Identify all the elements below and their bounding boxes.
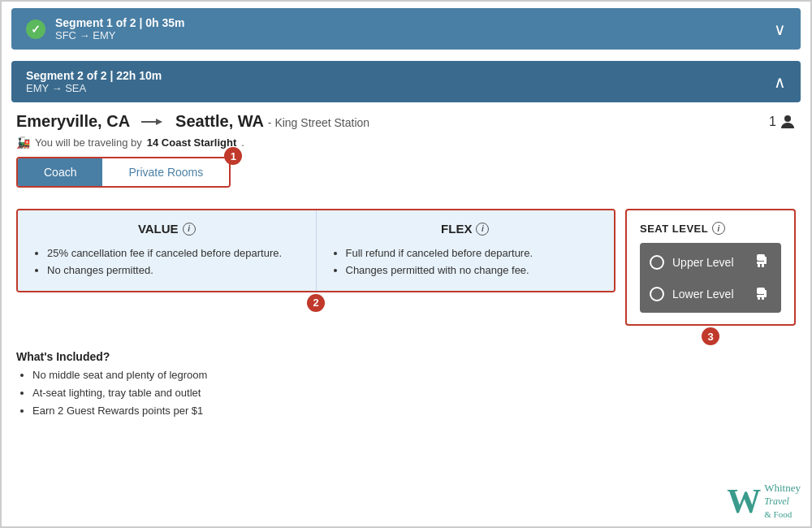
value-info-icon[interactable]: i xyxy=(183,223,196,236)
value-item-1: 25% cancellation fee if canceled before … xyxy=(47,245,301,262)
fare-badge: 2 xyxy=(307,294,325,312)
seat-level-title: SEAT LEVEL i xyxy=(640,222,781,235)
value-card-title: VALUE i xyxy=(32,222,301,236)
segment-2-text: Segment 2 of 2 | 22h 10m EMY → SEA xyxy=(26,69,162,94)
segment-1-route: SFC → EMY xyxy=(55,29,185,41)
wtf-line1: Whitney xyxy=(764,482,801,496)
options-row: VALUE i 25% cancellation fee if canceled… xyxy=(16,209,796,335)
flex-info-icon[interactable]: i xyxy=(476,223,489,236)
segment-1-bar[interactable]: ✓ Segment 1 of 2 | 0h 35m SFC → EMY ∨ xyxy=(11,8,801,50)
segment-1-chevron: ∨ xyxy=(774,19,786,39)
fare-cards: VALUE i 25% cancellation fee if canceled… xyxy=(16,209,615,292)
segment-1-text: Segment 1 of 2 | 0h 35m SFC → EMY xyxy=(55,16,185,41)
route-to: Seattle, WA - King Street Station xyxy=(175,112,369,131)
flex-card[interactable]: FLEX i Full refund if canceled before de… xyxy=(316,210,615,291)
value-card[interactable]: VALUE i 25% cancellation fee if canceled… xyxy=(18,210,316,291)
wtf-logo: W Whitney Travel & Food xyxy=(727,482,801,520)
coach-tab[interactable]: Coach xyxy=(18,158,102,186)
segment-2-chevron: ∧ xyxy=(774,72,786,92)
value-item-2: No changes permitted. xyxy=(47,262,301,279)
wtf-line2: Travel xyxy=(764,496,801,509)
seat-options-group: Upper Level xyxy=(640,243,781,313)
lower-seat-icon xyxy=(754,283,771,305)
svg-rect-9 xyxy=(757,295,765,297)
svg-rect-6 xyxy=(758,264,760,267)
route-to-city: Seattle, WA xyxy=(175,112,263,130)
main-content: Emeryville, CA Seattle, WA - King Street… xyxy=(2,107,810,526)
upper-level-label: Upper Level xyxy=(672,256,734,269)
train-name: 14 Coast Starlight xyxy=(147,136,237,149)
svg-rect-5 xyxy=(764,257,767,264)
flex-item-1: Full refund if canceled before departure… xyxy=(346,245,600,262)
whats-included-title: What's Included? xyxy=(16,350,796,363)
train-info: 🚂 You will be traveling by 14 Coast Star… xyxy=(16,136,796,149)
segment-2-left: Segment 2 of 2 | 22h 10m EMY → SEA xyxy=(26,69,162,94)
lower-level-label: Lower Level xyxy=(672,288,734,301)
seat-level-section: SEAT LEVEL i Upper Level xyxy=(625,209,796,326)
train-icon: 🚂 xyxy=(16,136,30,149)
segment-1-left: ✓ Segment 1 of 2 | 0h 35m SFC → EMY xyxy=(26,16,185,41)
upper-level-radio[interactable] xyxy=(650,255,664,270)
svg-rect-12 xyxy=(762,297,764,300)
included-item-1: No middle seat and plenty of legroom xyxy=(32,366,796,384)
flex-card-title: FLEX i xyxy=(331,222,600,236)
seat-badge: 3 xyxy=(702,327,719,345)
svg-rect-3 xyxy=(757,254,765,261)
svg-rect-11 xyxy=(758,297,760,300)
train-prefix: You will be traveling by xyxy=(35,136,142,149)
value-title-text: VALUE xyxy=(138,222,179,236)
tab-badge: 1 xyxy=(224,147,242,165)
lower-level-radio[interactable] xyxy=(650,287,664,301)
svg-marker-1 xyxy=(156,119,162,125)
route-from: Emeryville, CA xyxy=(16,112,130,131)
segment-2-route: EMY → SEA xyxy=(26,82,162,94)
segment-2-label: Segment 2 of 2 | 22h 10m xyxy=(26,69,162,82)
train-suffix: . xyxy=(241,136,244,149)
flex-title-text: FLEX xyxy=(441,222,472,236)
passenger-count: 1 xyxy=(769,114,796,130)
seat-level-title-text: SEAT LEVEL xyxy=(640,223,708,235)
travel-class-tabs: Coach Private Rooms xyxy=(16,157,231,188)
segment-1-check: ✓ xyxy=(26,19,45,39)
svg-rect-7 xyxy=(762,264,764,267)
route-to-station: - King Street Station xyxy=(268,116,369,129)
segment-2-bar[interactable]: Segment 2 of 2 | 22h 10m EMY → SEA ∧ xyxy=(11,61,801,102)
svg-rect-8 xyxy=(757,288,765,294)
included-item-2: At-seat lighting, tray table and outlet xyxy=(32,384,796,402)
segment-1-label: Segment 1 of 2 | 0h 35m xyxy=(55,16,185,29)
value-card-list: 25% cancellation fee if canceled before … xyxy=(32,245,301,279)
wtf-w-letter: W xyxy=(727,484,761,518)
flex-card-list: Full refund if canceled before departure… xyxy=(331,245,600,279)
flex-item-2: Changes permitted with no change fee. xyxy=(346,262,600,279)
whats-included-list: No middle seat and plenty of legroom At-… xyxy=(16,366,796,420)
route-arrow-icon xyxy=(141,116,164,128)
svg-rect-10 xyxy=(764,290,767,297)
passenger-number: 1 xyxy=(769,115,776,129)
wtf-line3: & Food xyxy=(764,509,801,520)
upper-level-option[interactable]: Upper Level xyxy=(650,251,771,273)
included-item-3: Earn 2 Guest Rewards points per $1 xyxy=(32,402,796,420)
private-rooms-tab[interactable]: Private Rooms xyxy=(102,158,229,186)
upper-seat-icon xyxy=(754,251,771,273)
wtf-text-block: Whitney Travel & Food xyxy=(764,482,801,520)
svg-rect-4 xyxy=(757,262,765,264)
route-header: Emeryville, CA Seattle, WA - King Street… xyxy=(16,112,796,131)
svg-point-2 xyxy=(784,115,791,122)
seat-level-info-icon[interactable]: i xyxy=(712,222,725,235)
lower-level-option[interactable]: Lower Level xyxy=(650,283,771,305)
whats-included-section: What's Included? No middle seat and plen… xyxy=(16,350,796,423)
